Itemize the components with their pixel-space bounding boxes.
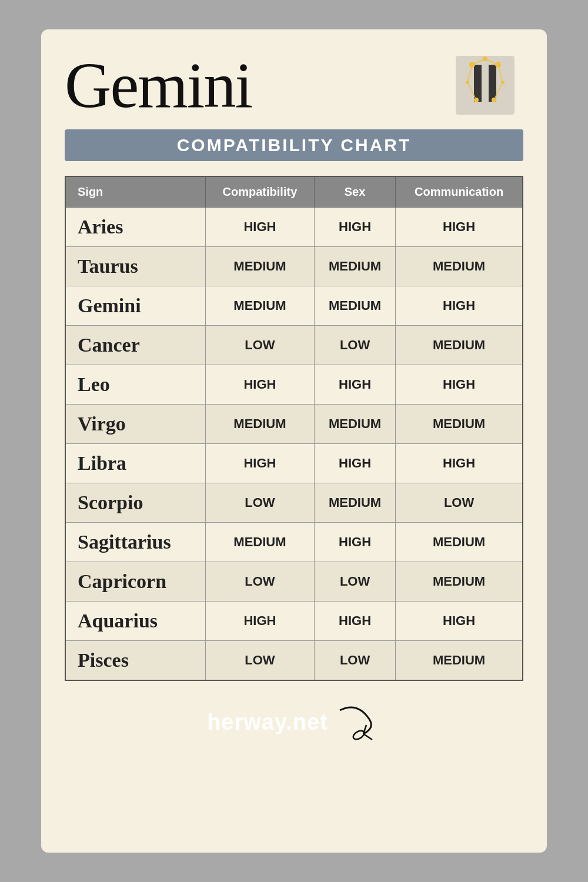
subtitle-bar: COMPATIBILITY CHART [65,129,523,161]
col-header-compatibility: Compatibility [205,176,314,208]
sign-cell-aries: Aries [65,208,205,247]
sign-cell-pisces: Pisces [65,641,205,681]
communication-value: HIGH [396,286,523,326]
compatibility-table: Sign Compatibility Sex Communication Ari… [65,176,523,681]
table-row: ScorpioLOWMEDIUMLOW [65,483,523,523]
sign-cell-gemini: Gemini [65,286,205,326]
sex-value: LOW [314,326,395,365]
gemini-symbol-icon: II [447,47,523,123]
communication-value: MEDIUM [396,405,523,444]
svg-point-15 [352,729,365,741]
table-row: SagittariusMEDIUMHIGHMEDIUM [65,523,523,562]
gemini-title: Gemini [65,53,447,118]
compatibility-value: HIGH [205,365,314,405]
sex-value: HIGH [314,444,395,483]
col-header-communication: Communication [396,176,523,208]
sex-value: HIGH [314,523,395,562]
communication-value: HIGH [396,365,523,405]
compatibility-value: HIGH [205,444,314,483]
communication-value: MEDIUM [396,641,523,681]
communication-value: LOW [396,483,523,523]
website-label: herway.net [207,710,328,735]
sign-cell-aquarius: Aquarius [65,602,205,641]
compatibility-value: LOW [205,483,314,523]
col-header-sign: Sign [65,176,205,208]
sign-cell-virgo: Virgo [65,405,205,444]
doodle-arrow-icon [334,699,381,746]
communication-value: MEDIUM [396,247,523,286]
compatibility-value: LOW [205,562,314,602]
header: Gemini II [65,47,523,123]
compatibility-value: MEDIUM [205,523,314,562]
sex-value: HIGH [314,365,395,405]
table-row: LibraHIGHHIGHHIGH [65,444,523,483]
communication-value: MEDIUM [396,326,523,365]
compatibility-value: MEDIUM [205,247,314,286]
communication-value: HIGH [396,444,523,483]
table-row: AquariusHIGHHIGHHIGH [65,602,523,641]
sign-cell-cancer: Cancer [65,326,205,365]
sex-value: LOW [314,641,395,681]
table-row: PiscesLOWLOWMEDIUM [65,641,523,681]
communication-value: HIGH [396,602,523,641]
footer: herway.net [65,699,523,746]
compatibility-value: MEDIUM [205,405,314,444]
compatibility-value: HIGH [205,602,314,641]
svg-text:II: II [470,54,500,113]
sex-value: LOW [314,562,395,602]
table-header-row: Sign Compatibility Sex Communication [65,176,523,208]
compatibility-value: HIGH [205,208,314,247]
compatibility-value: LOW [205,326,314,365]
sign-cell-scorpio: Scorpio [65,483,205,523]
sex-value: MEDIUM [314,286,395,326]
sex-value: MEDIUM [314,247,395,286]
table-row: VirgoMEDIUMMEDIUMMEDIUM [65,405,523,444]
table-row: AriesHIGHHIGHHIGH [65,208,523,247]
table-row: LeoHIGHHIGHHIGH [65,365,523,405]
communication-value: MEDIUM [396,562,523,602]
sign-cell-libra: Libra [65,444,205,483]
svg-line-16 [363,734,372,740]
compatibility-value: MEDIUM [205,286,314,326]
table-row: CancerLOWLOWMEDIUM [65,326,523,365]
sign-cell-leo: Leo [65,365,205,405]
main-card: Gemini II [41,29,547,853]
communication-value: HIGH [396,208,523,247]
communication-value: MEDIUM [396,523,523,562]
sex-value: HIGH [314,602,395,641]
sign-cell-taurus: Taurus [65,247,205,286]
table-row: TaurusMEDIUMMEDIUMMEDIUM [65,247,523,286]
sex-value: HIGH [314,208,395,247]
table-row: GeminiMEDIUMMEDIUMHIGH [65,286,523,326]
sign-cell-sagittarius: Sagittarius [65,523,205,562]
sex-value: MEDIUM [314,483,395,523]
sex-value: MEDIUM [314,405,395,444]
table-row: CapricornLOWLOWMEDIUM [65,562,523,602]
sign-cell-capricorn: Capricorn [65,562,205,602]
col-header-sex: Sex [314,176,395,208]
compatibility-value: LOW [205,641,314,681]
